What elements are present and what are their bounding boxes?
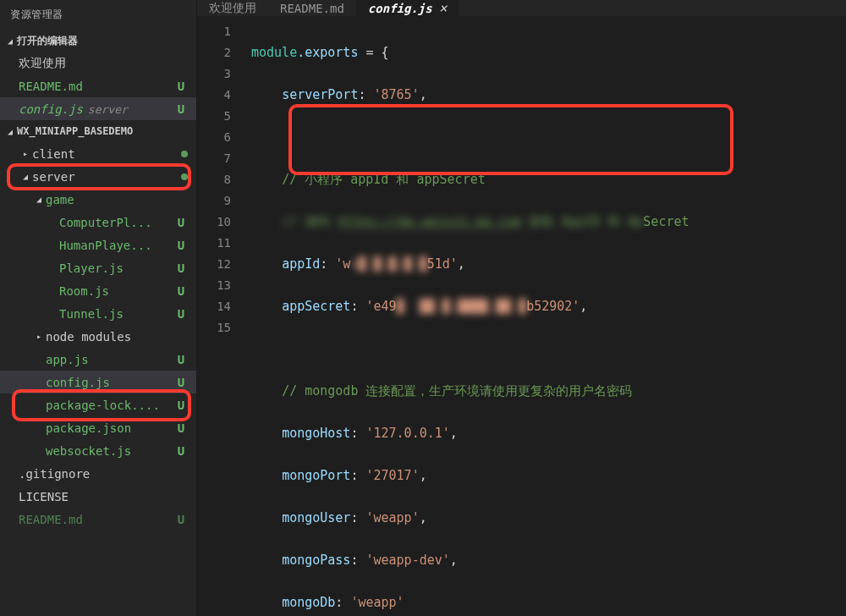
- file-label: .gitignore: [19, 467, 188, 481]
- open-editors-header[interactable]: ◢ 打开的编辑器: [0, 30, 196, 52]
- code-line: // 请到 https://mp.weixin.qq.com 获取 AppID …: [251, 212, 846, 233]
- folder-client[interactable]: ▸ client: [0, 142, 196, 165]
- chevron-down-icon: ◢: [3, 127, 17, 136]
- code-line: mongoPass: 'weapp-dev',: [251, 550, 846, 571]
- folder-server[interactable]: ◢ server: [0, 165, 196, 188]
- tab-label: 欢迎使用: [209, 1, 256, 16]
- git-status-badge: U: [174, 513, 188, 526]
- line-number: 2: [197, 42, 231, 63]
- git-status-badge: U: [174, 216, 188, 229]
- line-number: 13: [197, 275, 231, 296]
- line-number: 9: [197, 190, 231, 212]
- editor-item-label: config.jsserver: [19, 102, 174, 116]
- file-computerpl[interactable]: ComputerPl... U: [0, 211, 196, 234]
- git-dot-icon: [181, 151, 188, 157]
- code-line: // 小程序 appId 和 appSecret: [251, 169, 846, 190]
- project-header[interactable]: ◢ WX_MINIAPP_BASEDEMO: [0, 120, 196, 142]
- file-player[interactable]: Player.js U: [0, 256, 196, 279]
- editor-item-label: README.md: [19, 80, 174, 93]
- file-websocket[interactable]: websocket.js U: [0, 439, 196, 462]
- file-readme[interactable]: README.md U: [0, 508, 196, 531]
- code-line: mongoHost: '127.0.0.1',: [251, 423, 846, 444]
- line-number: 12: [197, 254, 231, 275]
- code-line: mongoUser: 'weapp',: [251, 508, 846, 529]
- git-status-badge: U: [174, 261, 188, 275]
- git-status-badge: U: [174, 239, 188, 252]
- folder-label: game: [46, 193, 188, 206]
- file-label: websocket.js: [46, 444, 174, 458]
- file-label: package.json: [46, 421, 174, 435]
- file-app[interactable]: app.js U: [0, 348, 196, 371]
- chevron-down-icon: ◢: [19, 172, 32, 181]
- editor-item-label: 欢迎使用: [19, 56, 188, 71]
- file-label: config.js: [46, 376, 174, 389]
- open-editor-readme[interactable]: README.md U: [0, 74, 196, 97]
- file-label: LICENSE: [19, 490, 188, 503]
- git-status-badge: U: [174, 399, 188, 412]
- git-status-badge: U: [174, 307, 188, 321]
- file-label: Tunnel.js: [59, 307, 174, 321]
- file-room[interactable]: Room.js U: [0, 279, 196, 302]
- file-config[interactable]: config.js U: [0, 371, 196, 393]
- tab-label: README.md: [280, 2, 344, 15]
- git-status-badge: U: [174, 376, 188, 389]
- editor-area: 欢迎使用 README.md config.js × 1 2 3 4 5 6 7…: [197, 0, 846, 616]
- line-number: 6: [197, 127, 231, 148]
- code-area[interactable]: 1 2 3 4 5 6 7 8 9 10 11 12 13 14 15 modu…: [197, 16, 846, 616]
- code-line: mongoPort: '27017',: [251, 465, 846, 487]
- git-status-badge: U: [174, 353, 188, 366]
- file-humanplaye[interactable]: HumanPlaye... U: [0, 234, 196, 256]
- line-number: 4: [197, 85, 231, 106]
- tab-config[interactable]: config.js ×: [356, 0, 459, 16]
- tab-welcome[interactable]: 欢迎使用: [197, 0, 268, 16]
- folder-game[interactable]: ◢ game: [0, 188, 196, 211]
- line-number: 14: [197, 296, 231, 317]
- git-status-badge: U: [174, 80, 188, 93]
- folder-node-modules[interactable]: ▸ node_modules: [0, 325, 196, 348]
- file-label: Player.js: [59, 261, 174, 275]
- code-line: serverPort: '8765',: [251, 85, 846, 106]
- chevron-right-icon: ▸: [32, 332, 46, 341]
- open-editors-label: 打开的编辑器: [17, 34, 78, 48]
- close-icon[interactable]: ×: [439, 0, 448, 16]
- file-label: ComputerPl...: [59, 216, 174, 229]
- sidebar-title: 资源管理器: [0, 0, 196, 30]
- folder-label: client: [32, 147, 181, 161]
- line-number: 1: [197, 21, 231, 42]
- tab-readme[interactable]: README.md: [268, 0, 356, 16]
- file-license[interactable]: LICENSE: [0, 485, 196, 508]
- sidebar: 资源管理器 ◢ 打开的编辑器 欢迎使用 README.md U config.j…: [0, 0, 197, 616]
- code-line: [251, 338, 846, 360]
- code-line: appId: 'wx█ █.█.█ █51d',: [251, 254, 846, 275]
- open-editor-config[interactable]: config.jsserver U: [0, 97, 196, 120]
- open-editor-welcome[interactable]: 欢迎使用: [0, 52, 196, 74]
- folder-label: node_modules: [46, 330, 188, 344]
- file-label: README.md: [19, 513, 174, 526]
- file-label: HumanPlaye...: [59, 239, 174, 252]
- code-line: // mongodb 连接配置，生产环境请使用更复杂的用户名密码: [251, 381, 846, 402]
- file-tunnel[interactable]: Tunnel.js U: [0, 302, 196, 325]
- chevron-right-icon: ▸: [19, 149, 32, 158]
- file-gitignore[interactable]: .gitignore: [0, 462, 196, 485]
- line-gutter: 1 2 3 4 5 6 7 8 9 10 11 12 13 14 15: [197, 21, 251, 616]
- git-status-badge: U: [174, 444, 188, 458]
- tabbar: 欢迎使用 README.md config.js ×: [197, 0, 846, 16]
- file-package-lock[interactable]: package-lock.... U: [0, 393, 196, 416]
- git-status-badge: U: [174, 102, 188, 116]
- code-line: module.exports = {: [251, 42, 846, 63]
- git-dot-icon: [181, 173, 188, 180]
- file-package-json[interactable]: package.json U: [0, 416, 196, 439]
- code-line: mongoDb: 'weapp': [251, 592, 846, 613]
- tab-label: config.js: [368, 2, 432, 15]
- code-line: appSecret: 'e49█ ██ █.████.██ █b52902',: [251, 296, 846, 317]
- project-label: WX_MINIAPP_BASEDEMO: [17, 125, 133, 137]
- chevron-down-icon: ◢: [3, 36, 17, 46]
- file-label: package-lock....: [46, 399, 174, 412]
- line-number: 10: [197, 212, 231, 233]
- code-content[interactable]: module.exports = { serverPort: '8765', /…: [251, 21, 846, 616]
- file-label: app.js: [46, 353, 174, 366]
- line-number: 8: [197, 169, 231, 190]
- git-status-badge: U: [174, 421, 188, 435]
- chevron-down-icon: ◢: [32, 195, 46, 204]
- line-number: 7: [197, 148, 231, 169]
